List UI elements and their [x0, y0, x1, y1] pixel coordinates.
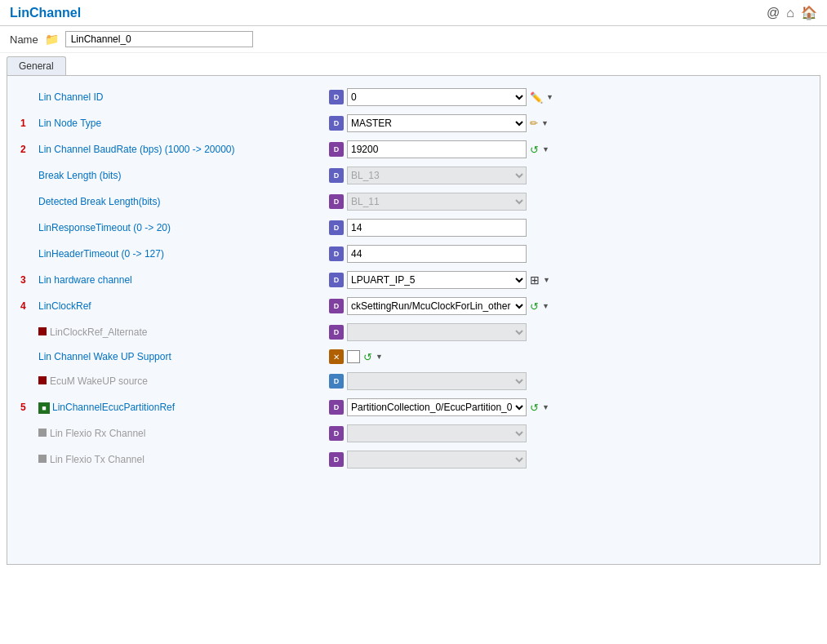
db2-icon: D	[329, 426, 344, 441]
red-square-icon	[38, 376, 47, 384]
property-label-flexio-rx: Lin Flexio Rx Channel	[35, 428, 329, 439]
property-label-lin-channel-id: Lin Channel ID	[35, 91, 329, 103]
property-controls: D	[329, 372, 807, 390]
db-icon: D	[329, 220, 344, 235]
row-number: 3	[20, 274, 35, 286]
clock-ref-select[interactable]: ckSettingRun/McuClockForLin_other	[347, 297, 527, 315]
flexio-rx-select	[347, 424, 527, 442]
table-row: EcuM WakeUP source D	[20, 368, 807, 394]
property-controls: D BL_11	[329, 193, 807, 211]
green-square-icon: ■	[38, 402, 50, 414]
property-label-clock-ref: LinClockRef	[35, 300, 329, 312]
table-row: 1 Lin Node Type D MASTER ✏ ▼	[20, 110, 807, 136]
house-icon[interactable]: 🏠	[801, 5, 817, 20]
x-icon: ✕	[329, 349, 344, 364]
property-label-flexio-tx: Lin Flexio Tx Channel	[35, 454, 329, 465]
dropdown-arrow[interactable]: ▼	[542, 145, 549, 153]
property-controls: D	[329, 451, 807, 469]
property-label-wakeup-support: Lin Channel Wake UP Support	[35, 351, 329, 362]
db-icon: D	[329, 168, 344, 183]
property-label-ecum-wakeup: EcuM WakeUP source	[35, 375, 329, 387]
response-timeout-input[interactable]	[347, 219, 527, 237]
property-controls: D	[329, 219, 807, 237]
table-row: LinResponseTimeout (0 -> 20) D	[20, 215, 807, 241]
app-title: LinChannel	[10, 6, 81, 20]
property-label-response-timeout: LinResponseTimeout (0 -> 20)	[35, 222, 329, 233]
property-controls: ✕ ↺ ▼	[329, 349, 807, 364]
name-input[interactable]	[65, 31, 253, 47]
table-row: LinClockRef_Alternate D	[20, 319, 807, 345]
wakeup-checkbox[interactable]	[347, 350, 360, 363]
property-label-lin-node-type: Lin Node Type	[35, 118, 329, 129]
app-header: LinChannel @ ⌂ 🏠	[0, 0, 827, 26]
table-row: 4 LinClockRef D ckSettingRun/McuClockFor…	[20, 293, 807, 319]
pencil-icon[interactable]: ✏	[530, 118, 538, 129]
dropdown-arrow[interactable]: ▼	[541, 119, 549, 127]
property-controls: D	[329, 245, 807, 263]
gray-square-icon	[38, 429, 47, 437]
baudrate-input[interactable]	[347, 140, 527, 158]
dropdown-arrow[interactable]: ▼	[542, 302, 549, 310]
table-row: Detected Break Length(bits) D BL_11	[20, 189, 807, 215]
dropdown-arrow[interactable]: ▼	[542, 403, 549, 411]
refresh-icon[interactable]: ↺	[530, 402, 539, 414]
break-length-select: BL_13	[347, 167, 527, 184]
property-label-break-length: Break Length (bits)	[35, 170, 329, 181]
db-icon: D	[329, 273, 344, 287]
edit-icon[interactable]: ✏️	[530, 91, 543, 104]
content-area: Lin Channel ID D 0 ✏️ ▼ 1 Lin Node Type …	[7, 75, 820, 565]
db2-icon: D	[329, 452, 344, 467]
grid-icon[interactable]: ⊞	[530, 273, 540, 286]
refresh-icon[interactable]: ↺	[530, 300, 539, 313]
table-row: 5 ■LinChannelEcucPartitionRef D Partitio…	[20, 394, 807, 420]
table-row: 2 Lin Channel BaudRate (bps) (1000 -> 20…	[20, 136, 807, 162]
db2-icon: D	[329, 142, 344, 157]
property-controls: D ckSettingRun/McuClockForLin_other ↺ ▼	[329, 297, 807, 315]
db3-icon: D	[329, 374, 344, 389]
hw-channel-select[interactable]: LPUART_IP_5	[347, 271, 527, 289]
db2-icon: D	[329, 400, 344, 415]
lin-node-type-select[interactable]: MASTER	[347, 114, 527, 132]
property-controls: D PartitionCollection_0/EcucPartition_0 …	[329, 398, 807, 416]
row-number: 2	[20, 144, 35, 155]
db-icon: D	[329, 116, 344, 131]
row-number: 4	[20, 300, 35, 312]
refresh-icon[interactable]: ↺	[363, 351, 372, 363]
property-label-baudrate: Lin Channel BaudRate (bps) (1000 -> 2000…	[35, 144, 329, 155]
dropdown-arrow[interactable]: ▼	[546, 93, 554, 101]
property-label-hw-channel: Lin hardware channel	[35, 274, 329, 286]
red-square-icon	[38, 327, 47, 335]
lin-channel-id-select[interactable]: 0	[347, 88, 527, 106]
refresh-icon[interactable]: ↺	[530, 144, 539, 156]
table-row: Lin Channel Wake UP Support ✕ ↺ ▼	[20, 345, 807, 368]
property-label-detected-break: Detected Break Length(bits)	[35, 196, 329, 207]
name-label: Name	[10, 33, 38, 46]
dropdown-arrow[interactable]: ▼	[543, 276, 550, 284]
table-row: LinHeaderTimeout (0 -> 127) D	[20, 241, 807, 267]
property-label-ecuc-partition: ■LinChannelEcucPartitionRef	[35, 402, 329, 414]
table-row: Lin Channel ID D 0 ✏️ ▼	[20, 84, 807, 110]
flexio-tx-select	[347, 451, 527, 469]
property-controls: D	[329, 323, 807, 341]
db-icon: D	[329, 90, 344, 104]
db-icon: D	[329, 246, 344, 261]
dropdown-arrow[interactable]: ▼	[376, 353, 383, 361]
ecum-wakeup-select	[347, 372, 527, 390]
property-controls: D LPUART_IP_5 ⊞ ▼	[329, 271, 807, 289]
property-controls: D 0 ✏️ ▼	[329, 88, 807, 106]
property-controls: D ↺ ▼	[329, 140, 807, 158]
tab-general[interactable]: General	[7, 56, 66, 75]
row-number: 1	[20, 118, 35, 129]
at-icon[interactable]: @	[767, 6, 780, 20]
tabs-area: General	[7, 56, 820, 75]
header-icons: @ ⌂ 🏠	[767, 5, 817, 20]
ecuc-partition-select[interactable]: PartitionCollection_0/EcucPartition_0	[347, 398, 527, 416]
property-label-header-timeout: LinHeaderTimeout (0 -> 127)	[35, 248, 329, 260]
home-up-icon[interactable]: ⌂	[786, 6, 794, 20]
header-timeout-input[interactable]	[347, 245, 527, 263]
property-controls: D BL_13	[329, 167, 807, 184]
db2-icon: D	[329, 325, 344, 340]
property-label-clock-ref-alt: LinClockRef_Alternate	[35, 326, 329, 338]
table-row: Break Length (bits) D BL_13	[20, 162, 807, 189]
db2-icon: D	[329, 194, 344, 209]
